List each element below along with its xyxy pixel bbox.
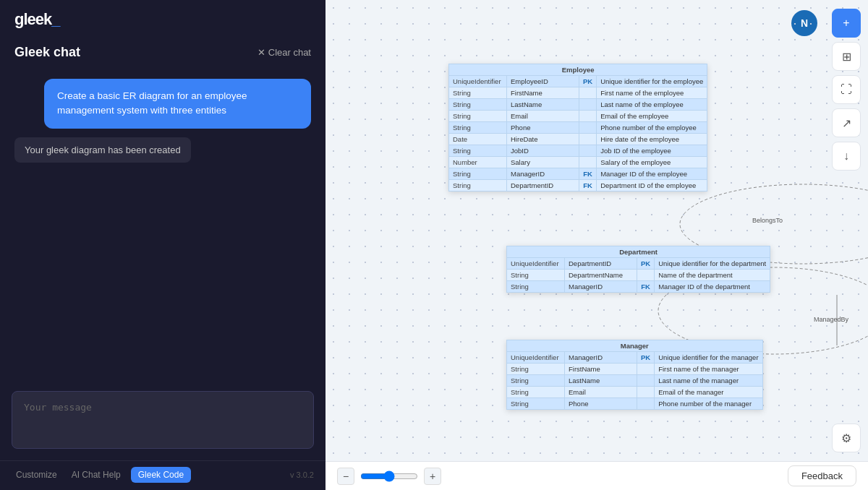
diagram-canvas[interactable]: BelongsTo Has ReportsTo Manages ManagedB… [326,0,868,461]
zoom-out-button[interactable]: − [337,468,354,485]
version-label: v 3.0.2 [290,470,314,479]
expand-button[interactable]: ⛶ [832,75,861,104]
chat-header: Gleek chat ✕ Clear chat [0,32,326,67]
settings-button[interactable]: ⚙ [832,424,861,452]
logo-area: gleek_ [0,0,326,32]
settings-icon: ⚙ [841,431,851,445]
user-message: Create a basic ER diagram for an employe… [44,79,311,129]
chat-input-area [0,382,326,460]
bottom-bar: Customize AI Chat Help Gleek Code v 3.0.… [0,460,326,490]
share-button[interactable]: ↗ [832,108,861,137]
system-message: Your gleek diagram has been created [14,137,191,163]
left-panel: gleek_ Gleek chat ✕ Clear chat Create a … [0,0,326,490]
download-button[interactable]: ↓ [832,142,861,171]
feedback-button[interactable]: Feedback [788,465,856,486]
zoom-control: − + [337,468,441,485]
bottom-status: − + Feedback [326,461,868,490]
plus-icon: + [430,470,435,482]
table-view-button[interactable]: ⊞ [832,42,861,71]
chat-title: Gleek chat [14,45,80,60]
download-icon: ↓ [843,150,849,163]
tab-ai-chat-help[interactable]: AI Chat Help [67,467,125,483]
table-icon: ⊞ [842,50,851,64]
add-button[interactable]: + [832,9,861,38]
message-input[interactable] [12,391,314,449]
plus-icon: + [843,17,849,30]
app-logo: gleek_ [14,10,60,29]
svg-text:BelongsTo: BelongsTo [752,217,783,224]
expand-icon: ⛶ [841,83,852,96]
tab-gleek-code[interactable]: Gleek Code [131,467,191,483]
tab-customize[interactable]: Customize [12,467,61,483]
clear-chat-button[interactable]: ✕ Clear chat [258,47,311,58]
zoom-in-button[interactable]: + [424,468,441,485]
right-toolbar: + ⊞ ⛶ ↗ ↓ ⚙ [825,0,868,461]
chat-messages: Create a basic ER diagram for an employe… [0,67,326,382]
right-panel: N BelongsTo Has ReportsTo Manages Manage… [326,0,868,490]
share-icon: ↗ [842,116,851,130]
minus-icon: − [343,470,349,482]
zoom-slider[interactable] [360,470,418,482]
